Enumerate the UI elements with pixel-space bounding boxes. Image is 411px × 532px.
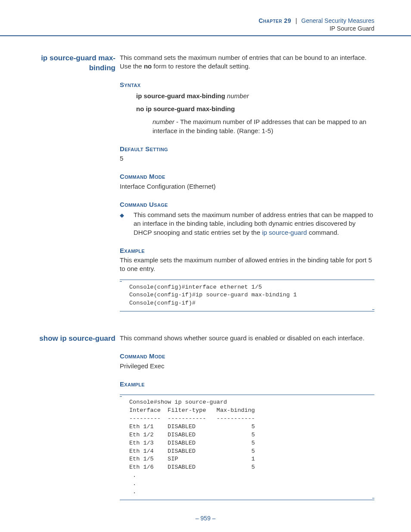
param-name: number <box>153 118 174 125</box>
intro-post: form to restore the default setting. <box>152 62 250 70</box>
param-text: - The maximum number of IP addresses tha… <box>153 118 366 134</box>
syntax-cmd: ip source-guard max-binding <box>136 92 227 100</box>
command-name: show ip source-guard <box>37 334 120 344</box>
bullet-icon: ◆ <box>120 211 134 219</box>
param-desc: number - The maximum number of IP addres… <box>153 118 374 135</box>
syntax-no-cmd: no ip source-guard max-binding <box>136 105 235 112</box>
default-heading: Default Setting <box>120 145 374 153</box>
example-heading: Example <box>120 380 374 389</box>
chapter-title: General Security Measures <box>301 17 374 24</box>
example-heading: Example <box>120 246 374 255</box>
header-line-1: Chapter 29 | General Security Measures <box>0 17 374 24</box>
command-body: This command sets the maximum number of … <box>120 53 374 311</box>
mode-value: Interface Configuration (Ethernet) <box>120 182 374 191</box>
intro-text: This command shows whether source guard … <box>120 334 374 342</box>
mode-heading: Command Mode <box>120 352 374 361</box>
mode-value: Privileged Exec <box>120 362 374 370</box>
syntax-line-1: ip source-guard max-binding number <box>136 92 374 100</box>
usage-text: This command sets the maximum number of … <box>134 211 374 237</box>
page-number: – 959 – <box>0 515 411 522</box>
syntax-heading: Syntax <box>120 81 374 89</box>
page-header: Chapter 29 | General Security Measures I… <box>0 0 411 36</box>
mode-heading: Command Mode <box>120 172 374 181</box>
code-block-2: Console#show ip source-guard Interface F… <box>120 395 374 500</box>
header-subtitle: IP Source Guard <box>0 25 374 32</box>
intro-bold: no <box>144 62 152 70</box>
intro-text: This command sets the maximum number of … <box>120 53 374 71</box>
default-value: 5 <box>120 154 374 163</box>
command-entry-max-binding: ip source-guard max-binding This command… <box>37 53 374 311</box>
usage-heading: Command Usage <box>120 200 374 209</box>
usage-block: ◆ This command sets the maximum number o… <box>120 211 374 237</box>
usage-post: command. <box>307 229 339 236</box>
syntax-param: number <box>227 92 249 100</box>
command-body: This command shows whether source guard … <box>120 334 374 500</box>
example-text: This example sets the maximum number of … <box>120 256 374 274</box>
usage-link[interactable]: ip source-guard <box>262 229 307 236</box>
command-name: ip source-guard max-binding <box>37 53 120 73</box>
code-block-1: Console(config)#interface ethernet 1/5 C… <box>120 280 374 312</box>
syntax-line-2: no ip source-guard max-binding <box>136 105 374 113</box>
separator: | <box>293 17 300 24</box>
command-entry-show: show ip source-guard This command shows … <box>37 334 374 500</box>
chapter-label: Chapter 29 <box>258 17 291 24</box>
